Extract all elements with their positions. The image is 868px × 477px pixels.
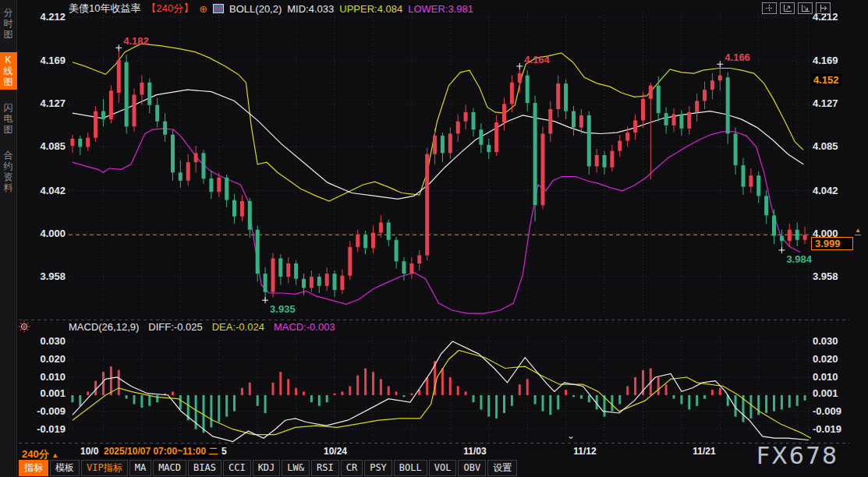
chart-header: 美债10年收益率 【240分】 ⊕ BOLL(20,2) MID:4.033 U… (69, 2, 473, 16)
toolbar-tab-cr[interactable]: CR (341, 460, 363, 476)
price-annotation-4.164: 4.164 (524, 54, 550, 65)
chart-type-sidebar: 分时图K线图闪电图合约资料 (0, 0, 17, 477)
go-to-latest-icon[interactable] (816, 2, 831, 14)
price-annotation-4.182: 4.182 (123, 35, 149, 47)
price-arrow-icon: ▲ (855, 227, 861, 235)
toolbar-tab-indicator[interactable]: 指标 (19, 460, 48, 476)
x-axis-label-11/03: 11/03 (463, 446, 486, 457)
macd-macd-value: MACD:-0.003 (274, 321, 335, 333)
session-price-tag: 4.152 (811, 74, 841, 86)
boll-label: BOLL(20,2) (229, 3, 282, 15)
toolbar-tab-vip-indicator[interactable]: VIP指标 (81, 460, 128, 476)
indicator-toolbar: 指标模板VIP指标MAMACDBIASCCIKDJLW&RSICRPSYBOLL… (19, 460, 517, 477)
toolbar-tab-obv[interactable]: OBV (458, 460, 486, 476)
candlestick-chart[interactable] (69, 12, 809, 317)
sidebar-tab-kline-chart[interactable]: K线图 (0, 52, 17, 90)
macd-axis-label: 0.030 (22, 335, 66, 347)
toolbar-tab-template[interactable]: 模板 (50, 460, 80, 476)
collapse-indicator-icon[interactable]: ⊕ (199, 3, 207, 15)
pan-tool-icon[interactable] (762, 2, 777, 14)
macd-name: MACD(26,12,9) (69, 321, 139, 333)
watermark: FX678 (756, 442, 838, 469)
macd-axis-label: 0.001 (813, 387, 838, 399)
chart-controls (762, 2, 831, 14)
boll-mid-value: MID:4.033 (287, 3, 334, 15)
sidebar-tab-timeshare-chart[interactable]: 分时图 (0, 5, 17, 42)
period-dropdown-icon: ▲ (51, 451, 58, 459)
y-axis-label: 4.127 (813, 97, 838, 109)
macd-axis-label: -0.009 (813, 405, 841, 417)
y-axis-label: 4.042 (22, 185, 66, 196)
sidebar-tab-flash-chart[interactable]: 闪电图 (0, 100, 17, 137)
y-axis-label: 4.000 (22, 228, 66, 239)
y-axis-label: 3.958 (22, 270, 66, 282)
y-axis-label: 4.042 (813, 185, 838, 196)
sidebar-tab-contract-info[interactable]: 合约资料 (0, 147, 17, 196)
toolbar-tab-ma[interactable]: MA (129, 460, 151, 476)
y-axis-label: 4.085 (813, 140, 838, 152)
toolbar-tab-macd[interactable]: MACD (153, 460, 186, 476)
toolbar-tab-psy[interactable]: PSY (364, 460, 392, 476)
symbol-title: 美债10年收益率 (69, 2, 140, 16)
toolbar-tab-settings[interactable]: 设置 (487, 460, 517, 476)
price-annotation-3.935: 3.935 (270, 303, 296, 315)
y-axis-label: 4.085 (22, 140, 66, 152)
macd-axis-label: 0.020 (813, 353, 838, 365)
macd-panel[interactable] (69, 337, 809, 441)
y-axis-label: 3.958 (813, 270, 838, 282)
toolbar-tab-kdj[interactable]: KDJ (253, 460, 281, 476)
boll-upper-value: UPPER:4.084 (339, 3, 402, 15)
footer-period-text: 240分 (22, 448, 49, 460)
x-axis-label-11/21: 11/21 (693, 446, 715, 457)
y-axis-label: 4.169 (22, 55, 66, 66)
macd-axis-label: -0.019 (813, 423, 841, 435)
toolbar-tab-bias[interactable]: BIAS (188, 460, 221, 476)
macd-axis-label: 0.030 (813, 335, 838, 347)
macd-axis-label: 0.001 (22, 387, 66, 399)
crosshair-date-tooltip: 2025/10/07 07:00~11:00 二 (100, 445, 221, 458)
toolbar-tab-vol[interactable]: VOL (429, 460, 457, 476)
macd-header: MACD(26,12,9) DIFF:-0.025 DEA:-0.024 MAC… (69, 321, 335, 333)
period-label: 【240分】 (146, 2, 193, 16)
macd-axis-label: 0.010 (22, 371, 66, 383)
toolbar-tab-lwr[interactable]: LW& (282, 460, 310, 476)
x-axis-label-partial-right: 5 (221, 446, 227, 457)
toolbar-tab-cci[interactable]: CCI (223, 460, 251, 476)
macd-axis-label: -0.019 (22, 423, 66, 435)
chevron-down-icon: ⌄ (567, 430, 575, 441)
mini-chart-icon (213, 4, 224, 13)
x-axis-label-partial-left: 10/0 (80, 446, 98, 457)
boll-lower-value: LOWER:3.981 (408, 3, 473, 15)
y-axis-label: 4.212 (22, 11, 66, 23)
price-annotation-4.166: 4.166 (725, 51, 750, 63)
toolbar-tab-boll[interactable]: BOLL (394, 460, 427, 476)
y-axis-label: 4.169 (813, 55, 838, 66)
trading-app-window: 分时图K线图闪电图合约资料 美债10年收益率 【240分】 ⊕ BOLL(20,… (0, 0, 868, 477)
macd-axis-label: 0.020 (22, 353, 66, 365)
fit-right-axis-icon[interactable] (798, 2, 813, 14)
toolbar-tab-rsi[interactable]: RSI (311, 460, 339, 476)
x-axis-label-11/12: 11/12 (573, 446, 596, 457)
live-flash-icon (18, 320, 30, 333)
x-axis-label-10/24: 10/24 (324, 446, 347, 457)
last-price-tag: 3.999 (811, 237, 853, 250)
macd-axis-label: 0.010 (813, 371, 838, 383)
macd-axis-label: -0.009 (22, 405, 66, 417)
macd-diff-value: DIFF:-0.025 (148, 321, 202, 333)
y-axis-label: 4.127 (22, 97, 66, 109)
fit-left-axis-icon[interactable] (780, 2, 795, 14)
price-annotation-3.984: 3.984 (786, 253, 812, 265)
macd-dea-value: DEA:-0.024 (212, 321, 264, 333)
